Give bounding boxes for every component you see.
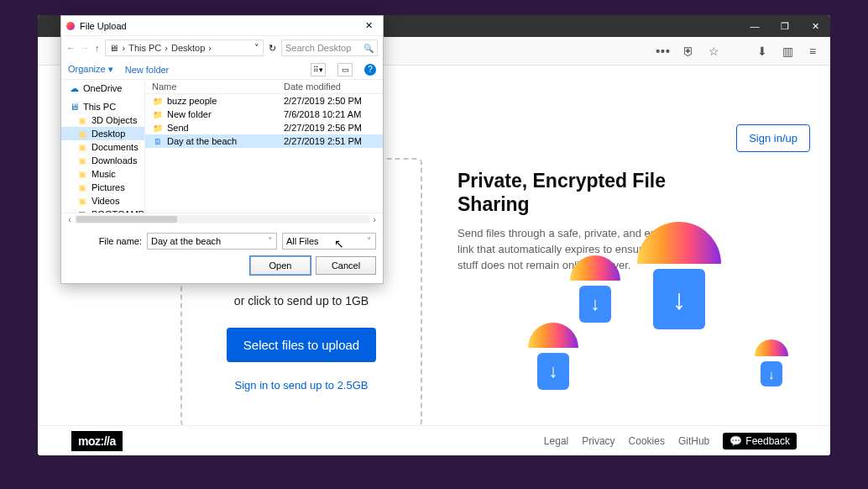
footer-cookies-link[interactable]: Cookies xyxy=(629,435,665,447)
select-files-button[interactable]: Select files to upload xyxy=(227,328,376,362)
dialog-toolbar: Organize ▾ New folder ⠿▾ ▭ ? xyxy=(61,60,383,80)
nav-up-icon[interactable]: ↑ xyxy=(95,43,100,53)
bookmark-icon[interactable]: ☆ xyxy=(703,40,724,62)
tree-desktop[interactable]: ▣Desktop xyxy=(61,127,144,140)
nav-tree: ☁OneDrive 🖥This PC ▣3D Objects ▣Desktop … xyxy=(61,80,145,213)
help-icon[interactable]: ? xyxy=(364,64,376,76)
filename-row: File name: Day at the beach˅ All Files˅ xyxy=(68,233,376,250)
footer-github-link[interactable]: GitHub xyxy=(678,435,709,447)
column-date[interactable]: Date modified xyxy=(284,82,376,92)
breadcrumb[interactable]: 🖥 › This PC › Desktop › ˅ xyxy=(105,39,264,56)
tree-downloads[interactable]: ▣Downloads xyxy=(61,154,144,167)
filename-label: File name: xyxy=(68,236,142,246)
page-headline: Private, Encrypted File Sharing xyxy=(458,170,693,216)
tree-this-pc[interactable]: 🖥This PC xyxy=(61,100,144,113)
page-actions-icon[interactable]: ••• xyxy=(652,40,674,62)
search-input[interactable]: Search Desktop 🔍 xyxy=(281,39,378,56)
dialog-title: File Upload xyxy=(80,21,127,31)
file-icon: 🗎 xyxy=(152,137,164,146)
footer-links: Legal Privacy Cookies GitHub 💬 Feedback xyxy=(544,433,797,450)
list-item[interactable]: 📁New folder7/6/2018 10:21 AM xyxy=(145,108,383,121)
file-type-select[interactable]: All Files˅ xyxy=(282,233,376,250)
refresh-icon[interactable]: ↻ xyxy=(269,43,276,54)
organize-menu[interactable]: Organize ▾ xyxy=(68,64,113,75)
library-icon[interactable]: ▥ xyxy=(776,40,798,62)
tree-documents[interactable]: ▣Documents xyxy=(61,140,144,154)
folder-icon: 📁 xyxy=(152,110,164,119)
drop-hint-text: or click to send up to 1GB xyxy=(234,294,369,308)
pc-icon: 🖥 xyxy=(109,43,119,53)
window-restore-button[interactable]: ❐ xyxy=(770,15,800,37)
nav-back-icon[interactable]: ← xyxy=(66,43,76,53)
pc-icon: 🖥 xyxy=(70,102,80,112)
folder-icon: ▣ xyxy=(78,169,88,179)
folder-icon: ▣ xyxy=(78,196,88,206)
folder-icon: ▣ xyxy=(78,182,88,192)
new-folder-button[interactable]: New folder xyxy=(125,65,170,75)
sign-in-up-button[interactable]: Sign in/up xyxy=(736,124,810,152)
sign-in-link[interactable]: Sign in to send up to 2.5GB xyxy=(235,379,369,392)
window-close-button[interactable]: ✕ xyxy=(800,15,830,37)
folder-icon: ▣ xyxy=(78,155,88,166)
list-item[interactable]: 📁buzz people2/27/2019 2:50 PM xyxy=(145,94,383,108)
copy-block: Private, Encrypted File Sharing Send fil… xyxy=(458,170,693,274)
feedback-button[interactable]: 💬 Feedback xyxy=(723,433,797,450)
filename-input[interactable]: Day at the beach˅ xyxy=(147,233,277,250)
tree-3d-objects[interactable]: ▣3D Objects xyxy=(61,113,144,127)
tree-videos[interactable]: ▣Videos xyxy=(61,194,144,208)
search-icon: 🔍 xyxy=(363,44,374,53)
open-button[interactable]: Open xyxy=(250,256,311,275)
cloud-icon: ☁ xyxy=(70,83,80,93)
page-footer: moz://a Legal Privacy Cookies GitHub 💬 F… xyxy=(38,425,830,455)
file-list: Name Date modified 📁buzz people2/27/2019… xyxy=(145,80,383,213)
cancel-button[interactable]: Cancel xyxy=(316,256,376,275)
folder-icon: ▣ xyxy=(78,115,88,125)
column-name[interactable]: Name xyxy=(152,82,284,92)
mozilla-logo[interactable]: moz://a xyxy=(71,431,123,451)
tree-bootcamp[interactable]: ⊟BOOTCAMP (C:) xyxy=(61,208,144,213)
chevron-down-icon[interactable]: ˅ xyxy=(367,236,372,247)
tree-pictures[interactable]: ▣Pictures xyxy=(61,181,144,194)
shield-icon[interactable]: ⛨ xyxy=(677,40,699,62)
footer-privacy-link[interactable]: Privacy xyxy=(582,435,614,447)
folder-icon: ▣ xyxy=(78,142,88,152)
page-description: Send files through a safe, private, and … xyxy=(458,226,693,274)
footer-legal-link[interactable]: Legal xyxy=(544,435,568,447)
app-menu-icon[interactable]: ≡ xyxy=(802,40,824,62)
file-upload-dialog: File Upload ✕ ← → ↑ 🖥 › This PC › Deskto… xyxy=(60,15,384,284)
window-minimize-button[interactable]: — xyxy=(740,15,770,37)
view-preview-button[interactable]: ▭ xyxy=(337,63,353,76)
chevron-down-icon[interactable]: ˅ xyxy=(268,236,273,247)
dialog-close-button[interactable]: ✕ xyxy=(360,18,378,33)
list-item[interactable]: 📁Send2/27/2019 2:56 PM xyxy=(145,121,383,134)
horizontal-scrollbar[interactable]: ‹ › xyxy=(61,213,383,224)
list-header: Name Date modified xyxy=(145,80,383,94)
folder-icon: ▣ xyxy=(78,129,88,139)
nav-fwd-icon[interactable]: → xyxy=(81,43,90,53)
view-icons-button[interactable]: ⠿▾ xyxy=(311,63,326,76)
download-icon[interactable]: ⬇ xyxy=(751,40,773,62)
disk-icon: ⊟ xyxy=(78,209,88,213)
tree-onedrive[interactable]: ☁OneDrive xyxy=(61,82,144,95)
dialog-titlebar: File Upload ✕ xyxy=(61,16,383,36)
chevron-down-icon[interactable]: ˅ xyxy=(254,43,259,54)
tree-music[interactable]: ▣Music xyxy=(61,167,144,181)
folder-icon: 📁 xyxy=(152,97,164,106)
list-item[interactable]: 🗎Day at the beach2/27/2019 2:51 PM xyxy=(145,134,383,148)
firefox-icon xyxy=(66,22,75,30)
folder-icon: 📁 xyxy=(152,124,164,133)
dialog-nav-row: ← → ↑ 🖥 › This PC › Desktop › ˅ ↻ Search… xyxy=(61,36,383,60)
